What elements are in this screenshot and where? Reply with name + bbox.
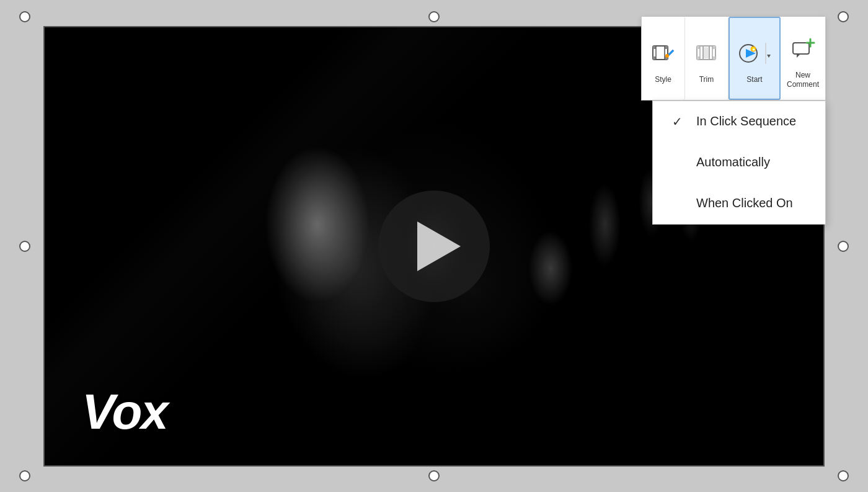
play-button[interactable] [378, 190, 490, 302]
svg-marker-25 [797, 54, 800, 58]
ribbon-toolbar: Style Trim [641, 17, 826, 101]
start-label: Start [746, 75, 762, 84]
in-click-sequence-item[interactable]: ✓ In Click Sequence [653, 101, 825, 142]
handle-bottom-center[interactable] [428, 470, 440, 481]
in-click-sequence-check: ✓ [668, 112, 686, 131]
start-button[interactable]: ★ Start [728, 17, 781, 100]
svg-point-7 [665, 54, 669, 58]
new-comment-label: New Comment [787, 71, 819, 89]
new-comment-button[interactable]: New Comment [781, 17, 825, 100]
handle-top-left[interactable] [19, 11, 30, 22]
new-comment-icon [790, 27, 815, 71]
svg-rect-24 [793, 43, 809, 54]
handle-middle-right[interactable] [838, 241, 849, 252]
start-dropdown-menu: ✓ In Click Sequence ✓ Automatically ✓ Wh… [652, 101, 826, 225]
in-click-sequence-label: In Click Sequence [696, 114, 796, 128]
handle-top-right[interactable] [838, 11, 849, 22]
handle-top-center[interactable] [428, 11, 440, 22]
style-icon [650, 32, 675, 75]
trim-icon [694, 32, 719, 75]
play-icon [417, 221, 461, 271]
trim-label: Trim [699, 75, 714, 84]
when-clicked-on-label: When Clicked On [696, 196, 793, 210]
style-button[interactable]: Style [642, 17, 685, 100]
style-label: Style [655, 75, 671, 84]
slide-area: Vox [25, 17, 843, 476]
svg-marker-23 [767, 55, 771, 58]
automatically-label: Automatically [696, 155, 770, 169]
vox-watermark: Vox [82, 383, 167, 441]
when-clicked-on-item[interactable]: ✓ When Clicked On [653, 183, 825, 224]
start-icon: ★ [736, 32, 773, 75]
handle-middle-left[interactable] [19, 241, 30, 252]
svg-rect-15 [703, 47, 709, 58]
handle-bottom-left[interactable] [19, 470, 30, 481]
automatically-item[interactable]: ✓ Automatically [653, 142, 825, 183]
trim-button[interactable]: Trim [685, 17, 728, 100]
handle-bottom-right[interactable] [838, 470, 849, 481]
